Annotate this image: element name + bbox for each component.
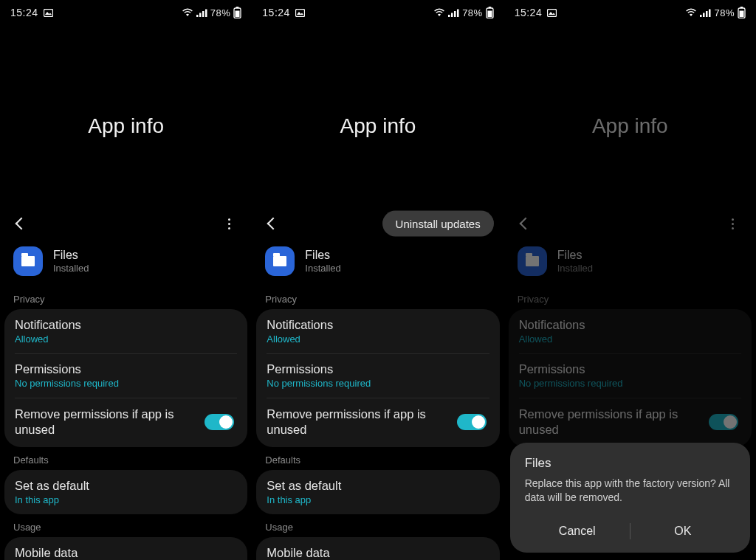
app-name: Files <box>53 249 89 262</box>
more-vert-icon <box>228 218 230 229</box>
svg-rect-16 <box>548 9 557 16</box>
defaults-card: Set as default In this app <box>4 470 247 514</box>
svg-rect-4 <box>205 9 207 17</box>
page-title: App info <box>0 114 252 138</box>
section-label-defaults: Defaults <box>0 447 252 470</box>
section-label-privacy: Privacy <box>252 286 504 309</box>
remove-permissions-toggle[interactable] <box>709 414 738 430</box>
signal-icon <box>196 9 207 17</box>
screen-app-info-default: 15:24 78% App info <box>0 0 252 560</box>
status-time: 15:24 <box>10 7 38 18</box>
app-icon <box>13 246 43 276</box>
status-bar: 15:24 78% <box>0 0 252 22</box>
notifications-item[interactable]: Notifications Allowed <box>509 309 752 353</box>
back-button[interactable] <box>513 211 538 236</box>
mobile-data-title: Mobile data <box>267 546 489 560</box>
svg-rect-8 <box>295 9 304 16</box>
app-name: Files <box>557 249 593 262</box>
toolbar <box>504 208 756 239</box>
wifi-icon <box>182 8 193 17</box>
svg-rect-23 <box>739 11 743 18</box>
remove-permissions-item[interactable]: Remove permissions if app is unused <box>256 398 499 447</box>
more-button[interactable] <box>216 211 241 236</box>
svg-rect-9 <box>448 15 450 17</box>
usage-card: Mobile data No data used <box>4 537 247 560</box>
picture-icon <box>547 9 557 17</box>
page-title: App info <box>504 114 756 138</box>
cancel-button[interactable]: Cancel <box>525 516 630 547</box>
svg-rect-1 <box>196 15 199 17</box>
dialog-body: Replace this app with the factory versio… <box>525 477 735 505</box>
remove-permissions-item[interactable]: Remove permissions if app is unused <box>4 398 247 447</box>
signal-icon <box>448 9 459 17</box>
app-header: Files Installed <box>504 239 756 286</box>
permissions-sub: No permissions required <box>15 378 237 389</box>
permissions-title: Permissions <box>519 362 741 376</box>
notifications-title: Notifications <box>267 318 489 332</box>
app-install-status: Installed <box>557 263 593 274</box>
svg-rect-18 <box>703 13 705 17</box>
set-default-item[interactable]: Set as default In this app <box>4 470 247 514</box>
set-default-sub: In this app <box>15 494 237 505</box>
privacy-card: Notifications Allowed Permissions No per… <box>256 309 499 447</box>
privacy-card: Notifications Allowed Permissions No per… <box>509 309 752 447</box>
svg-rect-7 <box>236 11 240 18</box>
remove-permissions-title: Remove permissions if app is unused <box>519 407 689 438</box>
permissions-item[interactable]: Permissions No permissions required <box>256 353 499 398</box>
notifications-item[interactable]: Notifications Allowed <box>256 309 499 353</box>
chevron-left-icon <box>16 218 28 230</box>
permissions-sub: No permissions required <box>519 378 741 389</box>
notifications-title: Notifications <box>15 318 237 332</box>
section-label-privacy: Privacy <box>504 286 756 309</box>
notifications-item[interactable]: Notifications Allowed <box>4 309 247 353</box>
svg-rect-19 <box>706 11 708 17</box>
permissions-item[interactable]: Permissions No permissions required <box>4 353 247 398</box>
dialog-title: Files <box>525 456 735 471</box>
back-button[interactable] <box>261 211 286 236</box>
more-vert-icon <box>732 218 734 229</box>
app-name: Files <box>305 249 340 262</box>
folder-icon <box>21 256 35 266</box>
battery-percent: 78% <box>714 7 735 18</box>
more-button[interactable] <box>721 211 746 236</box>
svg-rect-11 <box>454 11 456 17</box>
section-label-usage: Usage <box>0 514 252 537</box>
notifications-sub: Allowed <box>15 333 237 345</box>
status-bar: 15:24 78% <box>504 0 756 22</box>
remove-permissions-item[interactable]: Remove permissions if app is unused <box>509 398 752 447</box>
notifications-sub: Allowed <box>267 333 489 345</box>
uninstall-updates-menu-item[interactable]: Uninstall updates <box>382 211 494 237</box>
app-install-status: Installed <box>53 263 89 274</box>
set-default-item[interactable]: Set as default In this app <box>256 470 499 514</box>
battery-percent: 78% <box>210 7 231 18</box>
usage-card: Mobile data No data used <box>256 537 499 560</box>
ok-button[interactable]: OK <box>630 516 735 547</box>
remove-permissions-toggle[interactable] <box>205 414 234 430</box>
status-time: 15:24 <box>515 7 543 18</box>
svg-rect-0 <box>44 9 52 16</box>
mobile-data-item[interactable]: Mobile data No data used <box>256 537 499 560</box>
svg-rect-20 <box>709 9 711 17</box>
set-default-title: Set as default <box>15 479 237 493</box>
app-icon <box>518 246 547 276</box>
wifi-icon <box>685 8 697 17</box>
section-label-defaults: Defaults <box>252 447 504 470</box>
battery-icon <box>233 7 241 18</box>
wifi-icon <box>433 8 445 17</box>
folder-icon <box>273 256 286 266</box>
uninstall-updates-dialog: Files Replace this app with the factory … <box>510 443 750 553</box>
back-button[interactable] <box>9 211 34 236</box>
status-bar: 15:24 78% <box>252 0 504 22</box>
mobile-data-item[interactable]: Mobile data No data used <box>4 537 247 560</box>
app-header: Files Installed <box>0 239 252 286</box>
battery-percent: 78% <box>462 7 483 18</box>
section-label-usage: Usage <box>252 514 504 537</box>
remove-permissions-toggle[interactable] <box>457 414 487 430</box>
dialog-actions: Cancel OK <box>525 516 735 547</box>
picture-icon <box>44 9 53 17</box>
toolbar: Uninstall updates <box>252 208 504 239</box>
battery-icon <box>738 7 746 18</box>
defaults-card: Set as default In this app <box>256 470 499 514</box>
permissions-item[interactable]: Permissions No permissions required <box>509 353 752 398</box>
permissions-title: Permissions <box>267 362 489 376</box>
